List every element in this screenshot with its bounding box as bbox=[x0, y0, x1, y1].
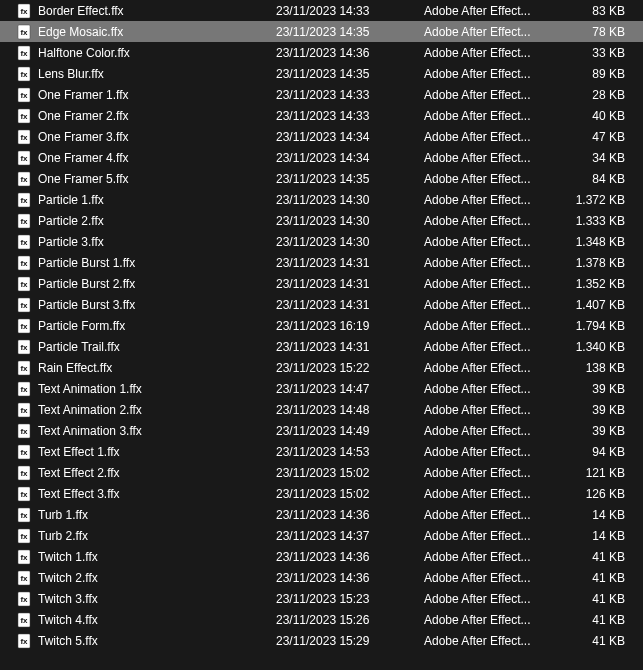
file-size: 28 KB bbox=[554, 88, 625, 102]
svg-text:fx: fx bbox=[20, 322, 28, 331]
file-row[interactable]: fxHalftone Color.ffx23/11/2023 14:36Adob… bbox=[0, 42, 643, 63]
file-row[interactable]: fxOne Framer 5.ffx23/11/2023 14:35Adobe … bbox=[0, 168, 643, 189]
ffx-file-icon: fx bbox=[16, 66, 32, 82]
ffx-file-icon: fx bbox=[16, 591, 32, 607]
file-date: 23/11/2023 14:35 bbox=[276, 25, 424, 39]
svg-text:fx: fx bbox=[20, 7, 28, 16]
file-type: Adobe After Effect... bbox=[424, 361, 554, 375]
file-name: Twitch 4.ffx bbox=[38, 613, 276, 627]
file-row[interactable]: fxRain Effect.ffx23/11/2023 15:22Adobe A… bbox=[0, 357, 643, 378]
file-row[interactable]: fxParticle 1.ffx23/11/2023 14:30Adobe Af… bbox=[0, 189, 643, 210]
file-row[interactable]: fxOne Framer 3.ffx23/11/2023 14:34Adobe … bbox=[0, 126, 643, 147]
file-row[interactable]: fxTwitch 4.ffx23/11/2023 15:26Adobe Afte… bbox=[0, 609, 643, 630]
file-row[interactable]: fxTwitch 2.ffx23/11/2023 14:36Adobe Afte… bbox=[0, 567, 643, 588]
file-type: Adobe After Effect... bbox=[424, 67, 554, 81]
svg-text:fx: fx bbox=[20, 343, 28, 352]
file-size: 126 KB bbox=[554, 487, 625, 501]
file-date: 23/11/2023 14:36 bbox=[276, 571, 424, 585]
file-size: 33 KB bbox=[554, 46, 625, 60]
file-name: Particle 1.ffx bbox=[38, 193, 276, 207]
file-name: Text Animation 1.ffx bbox=[38, 382, 276, 396]
file-size: 47 KB bbox=[554, 130, 625, 144]
file-row[interactable]: fxText Animation 1.ffx23/11/2023 14:47Ad… bbox=[0, 378, 643, 399]
file-type: Adobe After Effect... bbox=[424, 46, 554, 60]
file-row[interactable]: fxParticle Burst 1.ffx23/11/2023 14:31Ad… bbox=[0, 252, 643, 273]
file-row[interactable]: fxOne Framer 4.ffx23/11/2023 14:34Adobe … bbox=[0, 147, 643, 168]
file-date: 23/11/2023 14:48 bbox=[276, 403, 424, 417]
file-name: Edge Mosaic.ffx bbox=[38, 25, 276, 39]
ffx-file-icon: fx bbox=[16, 465, 32, 481]
file-row[interactable]: fxText Effect 3.ffx23/11/2023 15:02Adobe… bbox=[0, 483, 643, 504]
file-size: 78 KB bbox=[554, 25, 625, 39]
file-date: 23/11/2023 14:34 bbox=[276, 130, 424, 144]
file-row[interactable]: fxText Animation 3.ffx23/11/2023 14:49Ad… bbox=[0, 420, 643, 441]
file-name: Border Effect.ffx bbox=[38, 4, 276, 18]
file-row[interactable]: fxText Effect 1.ffx23/11/2023 14:53Adobe… bbox=[0, 441, 643, 462]
ffx-file-icon: fx bbox=[16, 444, 32, 460]
ffx-file-icon: fx bbox=[16, 129, 32, 145]
ffx-file-icon: fx bbox=[16, 570, 32, 586]
file-name: One Framer 2.ffx bbox=[38, 109, 276, 123]
file-row[interactable]: fxOne Framer 2.ffx23/11/2023 14:33Adobe … bbox=[0, 105, 643, 126]
file-row[interactable]: fxBorder Effect.ffx23/11/2023 14:33Adobe… bbox=[0, 0, 643, 21]
file-date: 23/11/2023 14:35 bbox=[276, 67, 424, 81]
file-date: 23/11/2023 14:30 bbox=[276, 214, 424, 228]
ffx-file-icon: fx bbox=[16, 360, 32, 376]
file-list[interactable]: fxBorder Effect.ffx23/11/2023 14:33Adobe… bbox=[0, 0, 643, 651]
file-row[interactable]: fxTwitch 1.ffx23/11/2023 14:36Adobe Afte… bbox=[0, 546, 643, 567]
file-row[interactable]: fxParticle 2.ffx23/11/2023 14:30Adobe Af… bbox=[0, 210, 643, 231]
svg-text:fx: fx bbox=[20, 385, 28, 394]
file-size: 14 KB bbox=[554, 529, 625, 543]
file-row[interactable]: fxParticle 3.ffx23/11/2023 14:30Adobe Af… bbox=[0, 231, 643, 252]
file-row[interactable]: fxOne Framer 1.ffx23/11/2023 14:33Adobe … bbox=[0, 84, 643, 105]
ffx-file-icon: fx bbox=[16, 150, 32, 166]
file-size: 89 KB bbox=[554, 67, 625, 81]
svg-text:fx: fx bbox=[20, 364, 28, 373]
file-type: Adobe After Effect... bbox=[424, 193, 554, 207]
ffx-file-icon: fx bbox=[16, 171, 32, 187]
file-row[interactable]: fxTurb 2.ffx23/11/2023 14:37Adobe After … bbox=[0, 525, 643, 546]
ffx-file-icon: fx bbox=[16, 318, 32, 334]
file-date: 23/11/2023 14:33 bbox=[276, 88, 424, 102]
ffx-file-icon: fx bbox=[16, 486, 32, 502]
file-row[interactable]: fxLens Blur.ffx23/11/2023 14:35Adobe Aft… bbox=[0, 63, 643, 84]
file-date: 23/11/2023 14:31 bbox=[276, 277, 424, 291]
svg-text:fx: fx bbox=[20, 28, 28, 37]
file-date: 23/11/2023 16:19 bbox=[276, 319, 424, 333]
file-date: 23/11/2023 14:30 bbox=[276, 235, 424, 249]
file-name: Turb 1.ffx bbox=[38, 508, 276, 522]
file-row[interactable]: fxTurb 1.ffx23/11/2023 14:36Adobe After … bbox=[0, 504, 643, 525]
file-size: 41 KB bbox=[554, 613, 625, 627]
file-row[interactable]: fxText Animation 2.ffx23/11/2023 14:48Ad… bbox=[0, 399, 643, 420]
file-name: Particle Burst 2.ffx bbox=[38, 277, 276, 291]
svg-text:fx: fx bbox=[20, 595, 28, 604]
file-type: Adobe After Effect... bbox=[424, 277, 554, 291]
file-size: 1.794 KB bbox=[554, 319, 625, 333]
file-row[interactable]: fxParticle Burst 2.ffx23/11/2023 14:31Ad… bbox=[0, 273, 643, 294]
file-row[interactable]: fxTwitch 5.ffx23/11/2023 15:29Adobe Afte… bbox=[0, 630, 643, 651]
file-row[interactable]: fxText Effect 2.ffx23/11/2023 15:02Adobe… bbox=[0, 462, 643, 483]
file-type: Adobe After Effect... bbox=[424, 550, 554, 564]
file-size: 138 KB bbox=[554, 361, 625, 375]
svg-text:fx: fx bbox=[20, 112, 28, 121]
ffx-file-icon: fx bbox=[16, 633, 32, 649]
file-name: One Framer 4.ffx bbox=[38, 151, 276, 165]
file-row[interactable]: fxParticle Burst 3.ffx23/11/2023 14:31Ad… bbox=[0, 294, 643, 315]
file-type: Adobe After Effect... bbox=[424, 298, 554, 312]
file-row[interactable]: fxEdge Mosaic.ffx23/11/2023 14:35Adobe A… bbox=[0, 21, 643, 42]
svg-text:fx: fx bbox=[20, 238, 28, 247]
file-type: Adobe After Effect... bbox=[424, 613, 554, 627]
svg-text:fx: fx bbox=[20, 301, 28, 310]
file-size: 1.340 KB bbox=[554, 340, 625, 354]
file-row[interactable]: fxTwitch 3.ffx23/11/2023 15:23Adobe Afte… bbox=[0, 588, 643, 609]
file-row[interactable]: fxParticle Form.ffx23/11/2023 16:19Adobe… bbox=[0, 315, 643, 336]
file-name: Text Animation 3.ffx bbox=[38, 424, 276, 438]
file-type: Adobe After Effect... bbox=[424, 172, 554, 186]
file-size: 41 KB bbox=[554, 592, 625, 606]
file-type: Adobe After Effect... bbox=[424, 151, 554, 165]
file-row[interactable]: fxParticle Trail.ffx23/11/2023 14:31Adob… bbox=[0, 336, 643, 357]
file-type: Adobe After Effect... bbox=[424, 109, 554, 123]
svg-text:fx: fx bbox=[20, 448, 28, 457]
file-date: 23/11/2023 15:23 bbox=[276, 592, 424, 606]
file-size: 39 KB bbox=[554, 424, 625, 438]
